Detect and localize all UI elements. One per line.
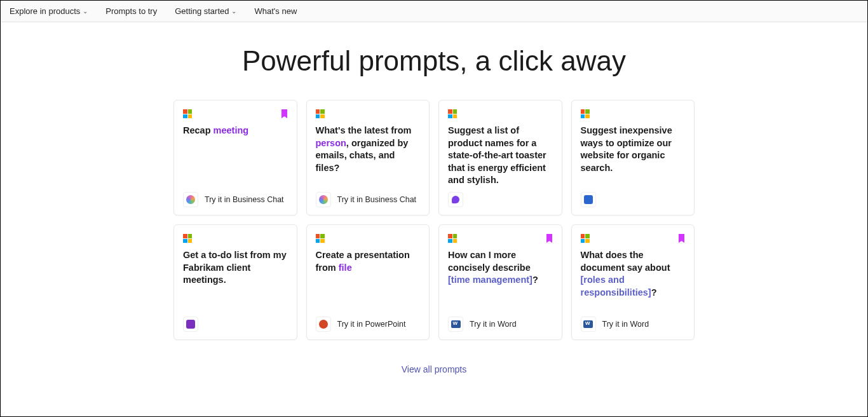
card-head [581,109,686,121]
prompt-highlight: file [339,263,352,273]
prompt-text-pre: Get a to-do list from my Fabrikam client… [183,250,287,285]
prompt-card[interactable]: How can I more concisely describe [time … [438,224,562,340]
prompt-card[interactable]: What's the latest from person, organized… [306,100,430,215]
prompt-text: Suggest inexpensive ways to optimize our… [581,125,686,174]
card-head [448,234,553,245]
prompt-card[interactable]: Suggest a list of product names for a st… [438,100,562,215]
note-app-icon [183,317,198,332]
card-foot [183,317,288,332]
prompt-text-pre: What does the document say about [581,250,670,273]
prompt-text: Recap meeting [183,125,288,137]
try-it-label[interactable]: Try it in Word [602,320,649,329]
card-head [183,234,288,245]
card-foot [581,192,686,207]
try-it-label[interactable]: Try it in Word [470,320,517,329]
microsoft-logo-icon [316,109,325,118]
prompt-text-post: ? [651,287,657,297]
prompt-card[interactable]: Create a presentation from fileTry it in… [306,224,430,340]
nav-prompts-label: Prompts to try [105,6,157,16]
prompt-highlight: meeting [214,125,249,135]
microsoft-logo-icon [581,234,590,243]
card-foot: Try it in PowerPoint [316,317,421,332]
card-head [316,234,421,245]
wb-app-icon [581,192,596,207]
prompt-card[interactable]: Recap meetingTry it in Business Chat [173,100,297,215]
bookmark-icon[interactable] [281,109,288,120]
prompt-card-grid: Recap meetingTry it in Business ChatWhat… [173,100,695,340]
prompt-highlight: person [316,138,346,148]
bookmark-icon[interactable] [678,234,685,244]
chevron-down-icon: ⌄ [83,8,88,15]
bookmark-icon[interactable] [546,234,553,244]
card-foot [448,192,553,207]
microsoft-logo-icon [448,234,457,243]
chevron-down-icon: ⌄ [231,8,236,15]
prompt-card[interactable]: Get a to-do list from my Fabrikam client… [173,224,297,340]
prompt-text-pre: How can I more concisely describe [448,250,531,273]
prompt-text: Create a presentation from file [316,249,421,274]
microsoft-logo-icon [183,234,192,243]
try-it-label[interactable]: Try it in Business Chat [337,195,417,204]
card-head [183,109,288,121]
nav-getting-started[interactable]: Getting started ⌄ [175,6,236,16]
prompt-card[interactable]: What does the document say about [roles … [571,224,695,340]
nav-explore-label: Explore in products [10,6,80,16]
microsoft-logo-icon [581,109,590,118]
prompt-text-pre: Recap [183,125,214,135]
prompt-highlight: [roles and responsibilities] [581,275,651,297]
nav-explore[interactable]: Explore in products ⌄ [10,6,88,16]
microsoft-logo-icon [183,109,192,118]
prompt-text: Get a to-do list from my Fabrikam client… [183,249,288,287]
nav-getting-started-label: Getting started [175,6,229,16]
nav-prompts[interactable]: Prompts to try [105,6,157,16]
word-app-icon [581,317,596,332]
prompt-text-pre: Suggest inexpensive ways to optimize our… [581,125,672,173]
view-all-prompts-link[interactable]: View all prompts [402,364,466,374]
chat-app-icon [183,192,198,207]
card-foot: Try it in Word [448,317,553,332]
card-foot: Try it in Word [581,317,686,332]
card-head [581,234,686,245]
prompt-text-post: ? [532,275,538,285]
prompt-text: What's the latest from person, organized… [316,125,421,174]
try-it-label[interactable]: Try it in PowerPoint [337,320,406,329]
microsoft-logo-icon [316,234,325,243]
nav-whats-new-label: What's new [254,6,297,16]
ppt-app-icon [316,317,331,332]
chat-app-icon [316,192,331,207]
prompt-text-pre: Create a presentation from [316,250,410,273]
loop-app-icon [448,192,463,207]
prompt-text: What does the document say about [roles … [581,249,686,299]
card-foot: Try it in Business Chat [183,192,288,207]
view-all-container: View all prompts [1,364,867,374]
top-nav: Explore in products ⌄ Prompts to try Get… [1,1,867,22]
card-foot: Try it in Business Chat [316,192,421,207]
prompt-text: Suggest a list of product names for a st… [448,125,553,187]
try-it-label[interactable]: Try it in Business Chat [205,195,284,204]
card-head [448,109,553,121]
prompt-text-pre: Suggest a list of product names for a st… [448,125,546,185]
prompt-highlight: [time management] [448,275,532,285]
prompt-card[interactable]: Suggest inexpensive ways to optimize our… [571,100,695,215]
word-app-icon [448,317,463,332]
card-head [316,109,421,121]
page-title: Powerful prompts, a click away [1,45,867,77]
prompt-text: How can I more concisely describe [time … [448,249,553,287]
nav-whats-new[interactable]: What's new [254,6,297,16]
microsoft-logo-icon [448,109,457,118]
prompt-text-pre: What's the latest from [316,125,412,135]
